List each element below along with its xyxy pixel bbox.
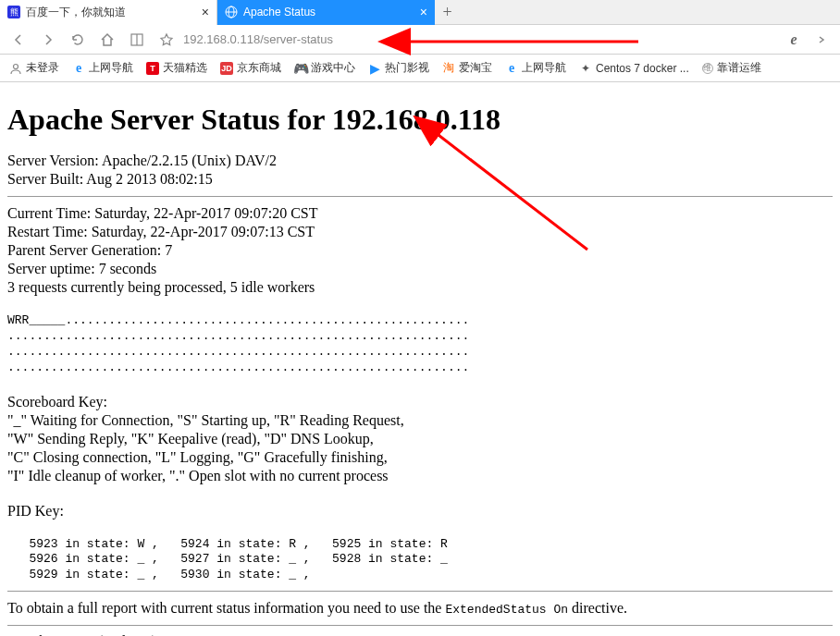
tab-title: 百度一下，你就知道 xyxy=(26,5,126,20)
globe-icon xyxy=(225,6,238,18)
restart-time: Restart Time: Saturday, 22-Apr-2017 09:0… xyxy=(7,223,833,241)
bookmark-label: 靠谱运维 xyxy=(717,60,761,76)
bookmark-label: 上网导航 xyxy=(89,60,133,76)
tab-baidu[interactable]: 熊 百度一下，你就知道 × xyxy=(0,0,217,25)
tmall-icon: T xyxy=(146,62,159,75)
page-title: Apache Server Status for 192.168.0.118 xyxy=(7,103,833,137)
bookmark-bar: 未登录 e 上网导航 T 天猫精选 JD 京东商城 🎮 游戏中心 ▶ 热门影视 … xyxy=(0,55,840,82)
requests: 3 requests currently being processed, 5 … xyxy=(7,278,833,297)
bookmark-label: 未登录 xyxy=(26,60,59,76)
home-button[interactable] xyxy=(98,31,117,49)
bookmark-login[interactable]: 未登录 xyxy=(9,60,59,76)
page-content: Apache Server Status for 192.168.0.118 S… xyxy=(0,82,840,636)
new-tab-button[interactable]: + xyxy=(435,3,460,22)
key-line-1: "_" Waiting for Connection, "S" Starting… xyxy=(7,411,833,430)
server-version: Server Version: Apache/2.2.15 (Unix) DAV… xyxy=(7,152,833,170)
key-line-3: "C" Closing connection, "L" Logging, "G"… xyxy=(7,448,833,467)
scoreboard-key-title: Scoreboard Key: xyxy=(7,393,833,411)
key-line-2: "W" Sending Reply, "K" Keepalive (read),… xyxy=(7,430,833,448)
ops-icon: 维 xyxy=(702,63,713,74)
centos-icon: ✦ xyxy=(579,62,592,75)
jd-icon: JD xyxy=(220,62,233,75)
play-icon: ▶ xyxy=(368,62,381,75)
bookmark-label: 游戏中心 xyxy=(311,60,355,76)
tab-apache-status[interactable]: Apache Status × xyxy=(217,0,435,25)
tab-title: Apache Status xyxy=(243,6,315,18)
bookmark-tmall[interactable]: T 天猫精选 xyxy=(146,60,207,76)
taobao-icon: 淘 xyxy=(442,62,455,75)
back-button[interactable] xyxy=(9,31,28,49)
svg-point-5 xyxy=(14,64,19,68)
key-line-4: "I" Idle cleanup of worker, "." Open slo… xyxy=(7,467,833,485)
bookmark-label: 上网导航 xyxy=(522,60,566,76)
footer-note: To obtain a full report with current sta… xyxy=(7,599,833,618)
e-icon: e xyxy=(505,62,518,75)
refresh-button[interactable] xyxy=(68,31,87,49)
divider xyxy=(7,625,833,626)
bookmark-label: 天猫精选 xyxy=(163,60,207,76)
bookmark-game[interactable]: 🎮 游戏中心 xyxy=(294,60,355,76)
ie-icon[interactable]: e xyxy=(784,31,803,49)
server-built: Server Built: Aug 2 2013 08:02:15 xyxy=(7,170,833,189)
game-icon: 🎮 xyxy=(294,62,307,75)
url-text: 192.168.0.118/server-status xyxy=(183,32,333,46)
divider xyxy=(7,196,833,197)
bookmark-label: 京东商城 xyxy=(237,60,281,76)
divider xyxy=(7,591,833,592)
bookmark-ops[interactable]: 维 靠谱运维 xyxy=(702,60,761,76)
forward-button[interactable] xyxy=(39,31,57,49)
pid-key-title: PID Key: xyxy=(7,502,833,520)
close-icon[interactable]: × xyxy=(202,5,209,19)
bookmark-label: 爱淘宝 xyxy=(459,60,492,76)
current-time: Current Time: Saturday, 22-Apr-2017 09:0… xyxy=(7,204,833,223)
bookmark-centos[interactable]: ✦ Centos 7 docker ... xyxy=(579,62,689,75)
more-icon[interactable] xyxy=(812,31,831,49)
bookmark-nav2[interactable]: e 上网导航 xyxy=(505,60,566,76)
generation: Parent Server Generation: 7 xyxy=(7,241,833,260)
tab-bar: 熊 百度一下，你就知道 × Apache Status × + xyxy=(0,0,840,25)
bookmark-label: Centos 7 docker ... xyxy=(596,62,689,75)
url-bar[interactable]: 192.168.0.118/server-status xyxy=(157,31,773,49)
nav-bar: 192.168.0.118/server-status e xyxy=(0,25,840,55)
baidu-icon: 熊 xyxy=(7,6,20,18)
star-icon[interactable] xyxy=(157,31,176,49)
pid-data: 5923 in state: W , 5924 in state: R , 59… xyxy=(7,537,833,584)
bookmark-jd[interactable]: JD 京东商城 xyxy=(220,60,281,76)
bookmark-nav1[interactable]: e 上网导航 xyxy=(72,60,133,76)
reader-button[interactable] xyxy=(128,31,146,49)
bookmark-label: 热门影视 xyxy=(385,60,429,76)
close-icon[interactable]: × xyxy=(420,5,427,19)
bookmark-video[interactable]: ▶ 热门影视 xyxy=(368,60,429,76)
scoreboard: WRR_____................................… xyxy=(7,313,833,376)
e-icon: e xyxy=(72,62,85,75)
bookmark-taobao[interactable]: 淘 爱淘宝 xyxy=(442,60,492,76)
uptime: Server uptime: 7 seconds xyxy=(7,260,833,278)
user-icon xyxy=(9,62,22,75)
